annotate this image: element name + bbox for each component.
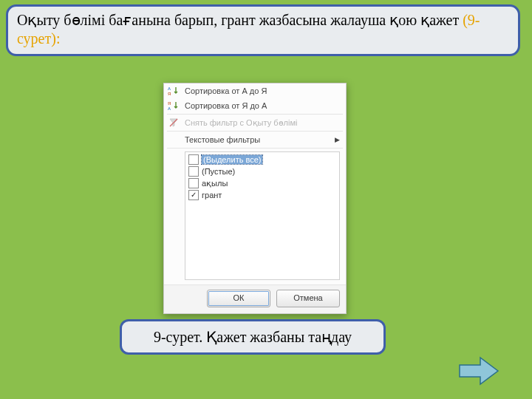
checkbox-icon[interactable]: [188, 178, 199, 188]
svg-text:А: А: [168, 86, 171, 91]
menu-separator: [167, 148, 343, 149]
cancel-button[interactable]: Отмена: [276, 290, 340, 307]
menu-separator: [167, 131, 343, 132]
sort-desc-icon: Я А: [167, 100, 180, 112]
submenu-arrow-icon: ▶: [335, 136, 340, 143]
filter-value-item[interactable]: ақылы: [187, 177, 339, 189]
filter-value-label: (Пустые): [202, 167, 235, 176]
checkbox-icon[interactable]: [188, 166, 199, 177]
filter-value-item[interactable]: (Пустые): [187, 166, 339, 177]
checkbox-checked-icon[interactable]: ✓: [188, 190, 199, 200]
svg-text:Я: Я: [168, 101, 171, 106]
clear-filter-item: Снять фильтр с Оқыту бөлімі: [164, 115, 346, 130]
filter-value-label: ақылы: [202, 179, 228, 188]
dialog-buttons: ОК Отмена: [164, 284, 346, 313]
instruction-title: Оқыту бөлімі бағанына барып, грант жазба…: [6, 4, 520, 56]
next-arrow-button[interactable]: [458, 356, 499, 386]
menu-separator: [167, 114, 343, 115]
blank-icon: [167, 134, 180, 146]
text-filters-item[interactable]: Текстовые фильтры ▶: [164, 132, 346, 147]
figure-caption: 9-сурет. Қажет жазбаны таңдау: [120, 319, 386, 355]
svg-text:Я: Я: [168, 92, 171, 96]
svg-text:А: А: [168, 106, 171, 111]
figure-caption-text: 9-сурет. Қажет жазбаны таңдау: [154, 328, 352, 346]
checkbox-icon[interactable]: [188, 154, 199, 165]
filter-value-label: грант: [202, 191, 222, 200]
sort-desc-label: Сортировка от Я до А: [185, 101, 340, 110]
sort-asc-label: Сортировка от А до Я: [185, 86, 340, 95]
sort-desc-item[interactable]: Я А Сортировка от Я до А: [164, 98, 346, 113]
filter-menu: А Я Сортировка от А до Я Я А Сортировка …: [163, 83, 347, 314]
filter-value-select-all[interactable]: (Выделить все): [187, 154, 339, 166]
sort-asc-icon: А Я: [167, 85, 180, 97]
filter-values-list: (Выделить все) (Пустые) ақылы ✓ грант: [185, 151, 340, 280]
sort-asc-item[interactable]: А Я Сортировка от А до Я: [164, 83, 346, 98]
clear-filter-label: Снять фильтр с Оқыту бөлімі: [185, 118, 340, 128]
clear-filter-icon: [167, 117, 180, 129]
instruction-text: Оқыту бөлімі бағанына барып, грант жазба…: [17, 12, 463, 28]
filter-value-item[interactable]: ✓ грант: [187, 189, 339, 201]
text-filters-label: Текстовые фильтры: [185, 135, 330, 144]
ok-button[interactable]: ОК: [207, 290, 270, 307]
filter-value-label: (Выделить все): [202, 155, 262, 164]
